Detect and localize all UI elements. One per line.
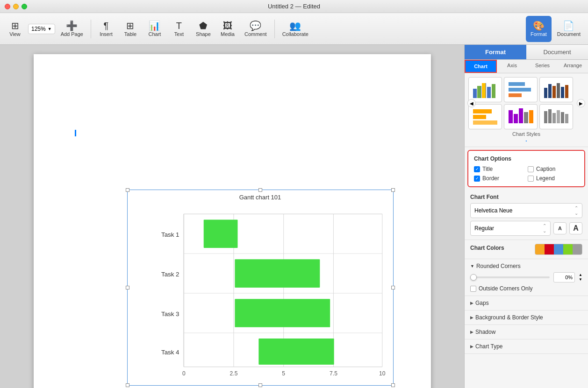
media-button[interactable]: 🖼 Media xyxy=(216,16,239,42)
corners-percent[interactable]: 0% xyxy=(553,272,575,282)
insert-icon: ¶ xyxy=(104,21,109,30)
chart-font-label: Chart Font xyxy=(470,194,582,200)
document-button[interactable]: 📄 Document xyxy=(553,16,584,42)
color-swatches[interactable] xyxy=(535,244,582,255)
font-size-small-btn[interactable]: A xyxy=(553,222,566,234)
view-icon: ⊞ xyxy=(11,21,19,30)
shape-button[interactable]: ⬟ Shape xyxy=(192,16,215,42)
style-item-3[interactable] xyxy=(539,77,573,102)
separator-2 xyxy=(274,20,275,38)
title-checkbox[interactable] xyxy=(474,166,480,172)
slider-thumb[interactable] xyxy=(470,274,477,281)
subtab-axis[interactable]: Axis xyxy=(497,60,527,73)
legend-checkbox[interactable] xyxy=(528,176,534,182)
handle-tr[interactable] xyxy=(391,188,395,192)
traffic-lights xyxy=(5,4,27,9)
font-name-dropdown[interactable]: Helvetica Neue ⌃⌄ xyxy=(470,203,582,218)
zoom-arrow: ▼ xyxy=(48,27,52,31)
chart-icon: 📊 xyxy=(149,21,160,30)
options-grid: Title Caption Border Legend xyxy=(474,166,579,182)
caption-checkbox[interactable] xyxy=(528,166,534,172)
style-item-5[interactable] xyxy=(504,104,538,129)
zoom-control[interactable]: 125% ▼ xyxy=(28,24,55,34)
tab-format[interactable]: Format xyxy=(465,45,526,59)
svg-rect-42 xyxy=(473,109,492,113)
font-name-arrow: ⌃⌄ xyxy=(574,205,578,216)
subtab-arrange[interactable]: Arrange xyxy=(558,60,588,73)
font-size-small-label: A xyxy=(558,226,562,231)
view-button[interactable]: ⊞ View xyxy=(4,16,26,42)
rounded-corners-header[interactable]: ▼ Rounded Corners xyxy=(470,263,582,269)
color-swatch-4[interactable] xyxy=(563,244,573,254)
handle-mr[interactable] xyxy=(391,286,395,289)
handle-tm[interactable] xyxy=(258,188,262,192)
color-swatch-1[interactable] xyxy=(535,244,545,254)
subtab-chart[interactable]: Chart xyxy=(465,60,497,73)
gaps-label: Gaps xyxy=(475,300,489,306)
style-nav-left[interactable]: ◀ xyxy=(467,99,476,107)
insert-label: Insert xyxy=(100,31,113,37)
chart-type-section[interactable]: ▶ Chart Type xyxy=(465,339,588,354)
canvas-area[interactable]: Gantt chart 101 xyxy=(0,45,464,388)
font-style-row: Regular ⌃⌄ A A xyxy=(470,221,582,236)
shadow-section[interactable]: ▶ Shadow xyxy=(465,325,588,339)
subtab-series[interactable]: Series xyxy=(527,60,558,73)
collaborate-button[interactable]: 👥 Collaborate xyxy=(279,16,312,42)
font-size-large-label: A xyxy=(573,224,579,233)
outside-corners-checkbox[interactable] xyxy=(470,286,476,292)
format-icon: 🎨 xyxy=(533,21,545,30)
color-swatch-2[interactable] xyxy=(545,244,554,254)
font-style-dropdown[interactable]: Regular ⌃⌄ xyxy=(470,221,551,236)
style-item-2[interactable] xyxy=(504,77,538,102)
format-button[interactable]: 🎨 Format xyxy=(526,16,552,42)
comment-button[interactable]: 💬 Comment xyxy=(241,16,271,42)
color-swatch-3[interactable] xyxy=(554,244,563,254)
svg-rect-37 xyxy=(548,84,552,98)
table-button[interactable]: ⊞ Table xyxy=(119,16,142,42)
minimize-button[interactable] xyxy=(13,4,19,9)
font-style-value: Regular xyxy=(474,225,494,232)
chart-label: Chart xyxy=(149,31,161,37)
corners-slider[interactable] xyxy=(470,276,550,278)
main-content: Gantt chart 101 xyxy=(0,45,588,388)
chart-styles-section: ◀ xyxy=(465,73,588,147)
svg-text:Task 3: Task 3 xyxy=(161,310,179,317)
font-size-large-btn[interactable]: A xyxy=(569,222,582,234)
zoom-value[interactable]: 125% ▼ xyxy=(28,24,55,34)
handle-bl[interactable] xyxy=(126,383,129,387)
svg-rect-28 xyxy=(477,86,481,98)
handle-br[interactable] xyxy=(391,383,395,387)
separator-1 xyxy=(91,20,91,38)
add-page-button[interactable]: ➕ Add Page xyxy=(57,16,87,42)
style-row-2 xyxy=(468,104,584,129)
svg-rect-34 xyxy=(509,93,522,97)
text-label: Text xyxy=(174,31,184,37)
svg-rect-48 xyxy=(524,112,528,123)
rounded-corners-label: Rounded Corners xyxy=(476,263,521,269)
style-item-4[interactable] xyxy=(468,104,502,129)
fullscreen-button[interactable] xyxy=(22,4,27,9)
option-title: Title xyxy=(474,166,525,172)
handle-bm[interactable] xyxy=(258,383,262,387)
style-nav-right[interactable]: ▶ xyxy=(577,99,585,107)
border-checkbox[interactable] xyxy=(474,176,480,182)
color-swatch-5[interactable] xyxy=(573,244,582,254)
tab-document[interactable]: Document xyxy=(526,45,588,59)
background-border-section[interactable]: ▶ Background & Border Style xyxy=(465,310,588,325)
chart-options-section: Chart Options Title Caption Border Legen… xyxy=(467,150,585,187)
style-item-6[interactable] xyxy=(539,104,573,129)
text-button[interactable]: T Text xyxy=(168,16,190,42)
style-item-1[interactable] xyxy=(468,77,502,102)
chart-button[interactable]: 📊 Chart xyxy=(143,16,166,42)
chart-container[interactable]: Gantt chart 101 xyxy=(127,190,394,386)
insert-button[interactable]: ¶ Insert xyxy=(95,16,117,42)
percent-stepper[interactable]: ▲ ▼ xyxy=(579,273,582,282)
toolbar: ⊞ View 125% ▼ ➕ Add Page ¶ Insert ⊞ Tabl… xyxy=(0,13,588,45)
gaps-section[interactable]: ▶ Gaps xyxy=(465,296,588,310)
svg-rect-15 xyxy=(203,219,237,248)
chart-type-label: Chart Type xyxy=(475,343,502,350)
close-button[interactable] xyxy=(5,4,10,9)
comment-icon: 💬 xyxy=(250,21,261,30)
handle-tl[interactable] xyxy=(126,188,129,192)
handle-ml[interactable] xyxy=(126,286,129,289)
